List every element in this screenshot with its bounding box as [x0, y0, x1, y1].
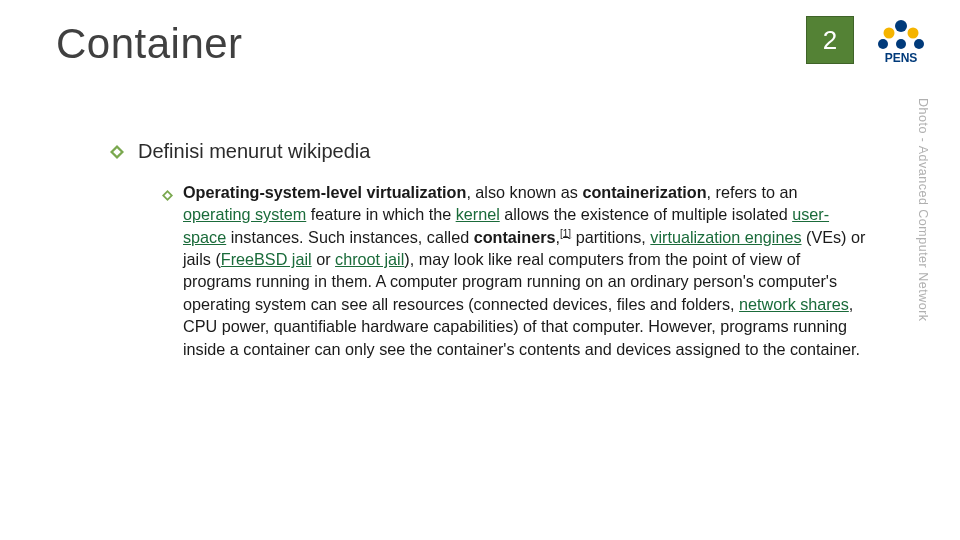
text: or — [312, 250, 335, 268]
logo-text: PENS — [885, 51, 918, 65]
svg-point-1 — [884, 28, 895, 39]
link-freebsd-jail[interactable]: FreeBSD jail — [221, 250, 312, 268]
link-virtualization-engines[interactable]: virtualization engines — [650, 228, 801, 246]
text: feature in which the — [306, 205, 455, 223]
page-number-box: 2 — [806, 16, 854, 64]
text: , refers to an — [707, 183, 798, 201]
text-bold: Operating-system-level virtualization — [183, 183, 466, 201]
definition-text: Operating-system-level virtualization, a… — [183, 181, 867, 360]
svg-point-2 — [908, 28, 919, 39]
link-network-shares[interactable]: network shares — [739, 295, 849, 313]
link-operating-system[interactable]: operating system — [183, 205, 306, 223]
bullet-level-2: Operating-system-level virtualization, a… — [162, 181, 874, 360]
content-area: Definisi menurut wikipedia Operating-sys… — [110, 140, 874, 360]
text: partitions, — [571, 228, 650, 246]
svg-point-5 — [914, 39, 924, 49]
bullet-1-label: Definisi menurut wikipedia — [138, 140, 370, 163]
page-number: 2 — [823, 25, 837, 56]
text-bold: containerization — [582, 183, 706, 201]
svg-point-4 — [896, 39, 906, 49]
side-label: Dhoto - Advanced Computer Network — [916, 98, 930, 322]
text: instances. Such instances, called — [226, 228, 473, 246]
link-kernel[interactable]: kernel — [456, 205, 500, 223]
text: allows the existence of multiple isolate… — [500, 205, 792, 223]
slide-title: Container — [56, 20, 243, 68]
link-chroot-jail[interactable]: chroot jail — [335, 250, 404, 268]
citation-1[interactable]: [1] — [560, 227, 571, 238]
bullet-level-1: Definisi menurut wikipedia — [110, 140, 874, 163]
title-bar: Container — [56, 20, 243, 68]
institution-logo: PENS — [868, 14, 934, 66]
text: , also known as — [466, 183, 582, 201]
diamond-bullet-icon — [162, 187, 173, 198]
diamond-bullet-icon — [110, 145, 124, 159]
svg-point-3 — [878, 39, 888, 49]
slide: Container 2 PENS Dhoto - Advanced Comput… — [0, 0, 960, 540]
svg-point-0 — [895, 20, 907, 32]
text-bold: containers — [474, 228, 556, 246]
